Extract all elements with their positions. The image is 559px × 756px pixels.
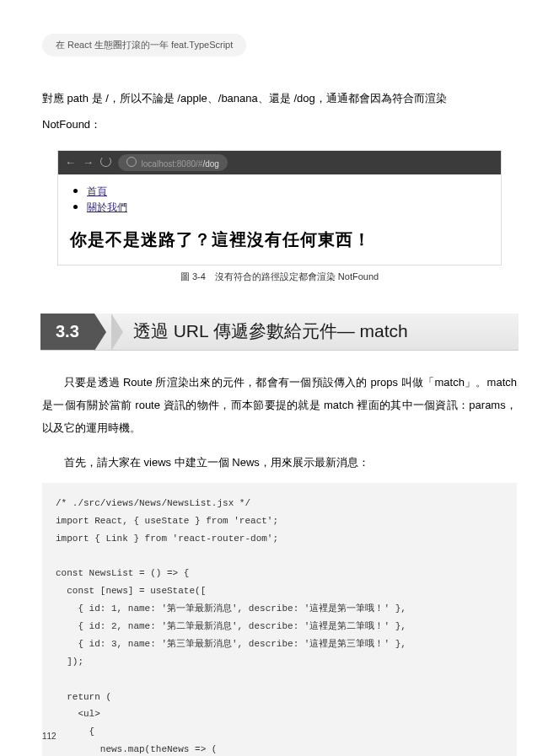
section-number: 3.3 — [40, 314, 94, 350]
browser-viewport: 首頁 關於我們 你是不是迷路了？這裡沒有任何東西！ — [58, 174, 501, 265]
url-host: localhost:8080/# — [142, 159, 203, 169]
arrow-icon — [94, 314, 106, 351]
url-path: /dog — [202, 159, 218, 169]
arrow-outline-icon — [111, 314, 123, 351]
section-title: 透過 URL 傳遞參數給元件— match — [123, 314, 408, 350]
list-item: 首頁 — [87, 183, 492, 199]
paragraph-3: 首先，請大家在 views 中建立一個 News，用來展示最新消息： — [42, 451, 517, 474]
list-item: 關於我們 — [87, 199, 492, 215]
page-header-chip: 在 React 生態圈打滾的一年 feat.TypeScript — [42, 34, 246, 56]
paragraph-1b: NotFound： — [42, 113, 517, 136]
forward-icon: → — [83, 156, 94, 169]
info-icon — [126, 157, 137, 167]
page-number: 112 — [42, 732, 56, 741]
refresh-icon — [100, 155, 111, 170]
url-bar: localhost:8080/#/dog — [118, 154, 228, 171]
browser-screenshot: ← → localhost:8080/#/dog 首頁 關於我們 你是不是迷路了… — [57, 150, 502, 265]
nav-list: 首頁 關於我們 — [67, 183, 492, 215]
section-heading: 3.3 透過 URL 傳遞參數給元件— match — [40, 314, 519, 351]
home-link[interactable]: 首頁 — [87, 185, 107, 197]
notfound-message: 你是不是迷路了？這裡沒有任何東西！ — [67, 223, 492, 256]
code-block: /* ./src/views/News/NewsList.jsx */ impo… — [42, 483, 517, 756]
figure-caption: 圖 3-4 沒有符合的路徑設定都會渲染 NotFound — [42, 271, 517, 283]
browser-toolbar: ← → localhost:8080/#/dog — [58, 151, 501, 174]
back-icon: ← — [65, 156, 76, 169]
about-link[interactable]: 關於我們 — [87, 201, 127, 213]
paragraph-1a: 對應 path 是 /，所以不論是 /apple、/banana、還是 /dog… — [42, 87, 517, 110]
paragraph-2: 只要是透過 Route 所渲染出來的元件，都會有一個預設傳入的 props 叫做… — [42, 371, 517, 440]
